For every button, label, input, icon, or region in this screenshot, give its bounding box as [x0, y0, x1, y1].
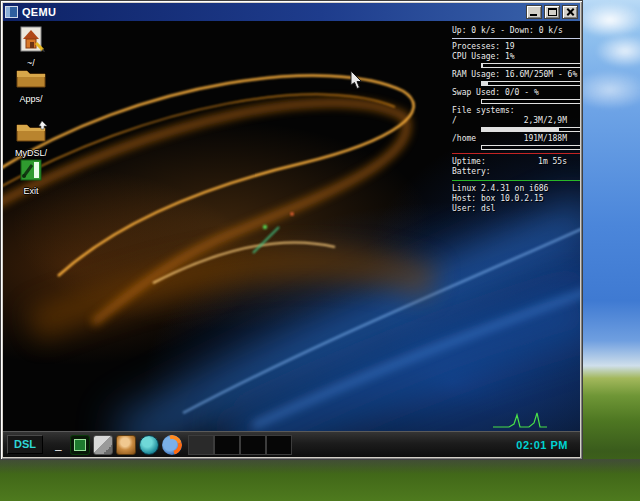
workspace-pager: [188, 435, 292, 455]
terminal-icon[interactable]: [70, 435, 90, 455]
fs-usage: 2,3M/2,9M: [524, 116, 580, 126]
qemu-vm-display[interactable]: ~/ Apps/: [3, 21, 580, 457]
uptime-row: Uptime: 1m 55s: [452, 157, 580, 167]
desktop-icon-home[interactable]: ~/: [7, 25, 55, 68]
workspace-label[interactable]: DSL: [7, 435, 43, 454]
package-icon[interactable]: [93, 435, 113, 455]
kernel-info: Linux 2.4.31 on i686: [452, 184, 580, 194]
mouse-cursor: [350, 71, 363, 90]
meadow-shadow-band: [0, 459, 640, 474]
folder-icon: [15, 65, 47, 89]
taskbar-launchers: [70, 435, 182, 455]
net-speed: Up: 0 k/s - Down: 0 k/s: [452, 26, 580, 36]
fs-home-row: /home 191M/188M: [452, 134, 580, 144]
swap-bar: [481, 99, 580, 104]
globe-icon[interactable]: [139, 435, 159, 455]
fs-root-bar: [481, 127, 580, 132]
desktop-icon-mydsl[interactable]: MyDSL/: [7, 119, 55, 158]
ram-usage: RAM Usage: 16.6M/250M - 6%: [452, 70, 580, 80]
fs-home-bar: [481, 145, 580, 150]
cpu-usage: CPU Usage: 1%: [452, 52, 580, 62]
maximize-icon: [548, 8, 557, 16]
close-button[interactable]: [562, 5, 578, 19]
dsl-desktop[interactable]: ~/ Apps/: [3, 21, 580, 431]
dsl-taskbar: DSL _ 02:01 PM: [3, 431, 580, 457]
user-info: User: dsl: [452, 204, 580, 214]
workspace-cell-2[interactable]: [214, 435, 240, 455]
swap-usage: Swap Used: 0/0 - %: [452, 88, 580, 98]
home-icon: [17, 25, 45, 53]
taskbar-clock: 02:01 PM: [516, 439, 568, 451]
cloud: [575, 2, 640, 38]
iconified-window-marker[interactable]: _: [55, 438, 62, 451]
workspace-cell-4[interactable]: [266, 435, 292, 455]
workspace-cell-1[interactable]: [188, 435, 214, 455]
desktop-icon-label: MyDSL/: [7, 148, 55, 158]
fs-header: File systems:: [452, 106, 580, 116]
window-title: QEMU: [22, 3, 526, 21]
firefox-icon[interactable]: [162, 435, 182, 455]
desktop-icon-exit[interactable]: Exit: [7, 159, 55, 196]
minimize-icon: [530, 14, 537, 16]
exit-icon: [20, 159, 42, 181]
desktop-icon-apps[interactable]: Apps/: [7, 65, 55, 104]
process-count: Processes: 19: [452, 42, 580, 52]
cloud: [595, 34, 640, 68]
fs-usage: 191M/188M: [524, 134, 580, 144]
xp-desktop-wallpaper: QEMU: [0, 0, 640, 501]
qemu-window-icon: [5, 6, 18, 18]
ram-bar: [481, 81, 580, 86]
separator-rule: [452, 38, 580, 39]
fs-root-row: / 2,3M/2,9M: [452, 116, 580, 126]
folder-icon: [15, 119, 47, 143]
red-separator-rule: [452, 153, 580, 154]
qemu-titlebar[interactable]: QEMU: [3, 3, 580, 21]
figure-icon[interactable]: [116, 435, 136, 455]
system-monitor: Up: 0 k/s - Down: 0 k/s Processes: 19 CP…: [452, 26, 580, 214]
host-info: Host: box 10.0.2.15: [452, 194, 580, 204]
battery-row: Battery:: [452, 167, 580, 177]
desktop-icon-label: Apps/: [7, 94, 55, 104]
green-separator-rule: [452, 180, 580, 181]
fs-mount: /: [452, 116, 457, 126]
qemu-window: QEMU: [0, 0, 583, 460]
uptime-label: Uptime:: [452, 157, 486, 167]
minimize-button[interactable]: [526, 5, 542, 19]
desktop-icon-label: Exit: [7, 186, 55, 196]
uptime-value: 1m 55s: [538, 157, 580, 167]
workspace-cell-3[interactable]: [240, 435, 266, 455]
cpu-history-graph: [493, 411, 547, 429]
cpu-bar: [481, 63, 580, 68]
fs-mount: /home: [452, 134, 476, 144]
maximize-button[interactable]: [544, 5, 560, 19]
